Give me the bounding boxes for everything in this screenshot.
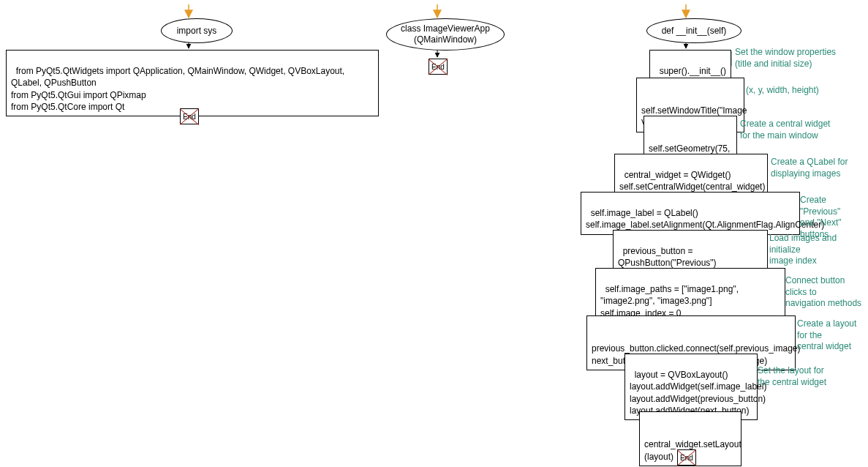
- flow3-step4: central_widget = QWidget() self.setCentr…: [614, 154, 768, 197]
- flow3-end-label: End: [680, 454, 693, 462]
- flow1-start-ellipse: import sys: [161, 18, 233, 43]
- flow3-end: End: [677, 449, 696, 466]
- flow1-end: End: [180, 108, 199, 124]
- flow2-end-label: End: [431, 63, 445, 71]
- flow3-start-ellipse: def __init__(self): [646, 18, 741, 43]
- flow3-comment6: Load images and initialize image index: [769, 233, 868, 267]
- flow3-comment2: (x, y, width, height): [746, 85, 819, 97]
- flow3-comment9: Set the layout for the central widget: [758, 365, 826, 388]
- flow1-end-label: End: [183, 113, 196, 121]
- flow2-start-label: class ImageViewerApp (QMainWindow): [394, 23, 497, 45]
- flow3-step1: super().__init__(): [649, 50, 731, 81]
- flow3-comment7: Connect button clicks to navigation meth…: [785, 275, 868, 310]
- flow2-start-ellipse: class ImageViewerApp (QMainWindow): [386, 18, 505, 51]
- flow2-end: End: [429, 59, 448, 75]
- flow3-start-label: def __init__(self): [662, 26, 727, 37]
- flow3-step5: self.image_label = QLabel() self.image_l…: [581, 192, 800, 235]
- flow1-box1: from PyQt5.QtWidgets import QApplication…: [6, 50, 379, 116]
- flow3-comment8: Create a layout for the central widget: [797, 318, 868, 353]
- flow3-step5-text: self.image_label = QLabel() self.image_l…: [586, 208, 824, 230]
- flow3-step4-text: central_widget = QWidget() self.setCentr…: [619, 170, 765, 192]
- flow3-comment4: Create a QLabel for displaying images: [771, 157, 848, 179]
- flow3-step1-text: super().__init__(): [660, 66, 726, 76]
- flow3-step9: layout = QVBoxLayout() layout.addWidget(…: [624, 354, 758, 420]
- flow3-comment3: Create a central widget for the main win…: [740, 119, 830, 141]
- flow3-step9-text: layout = QVBoxLayout() layout.addWidget(…: [630, 370, 766, 416]
- flow1-box1-text: from PyQt5.QtWidgets import QApplication…: [11, 66, 347, 112]
- flow3-comment1: Set the window properties (title and ini…: [735, 47, 836, 70]
- flow1-start-label: import sys: [177, 26, 217, 37]
